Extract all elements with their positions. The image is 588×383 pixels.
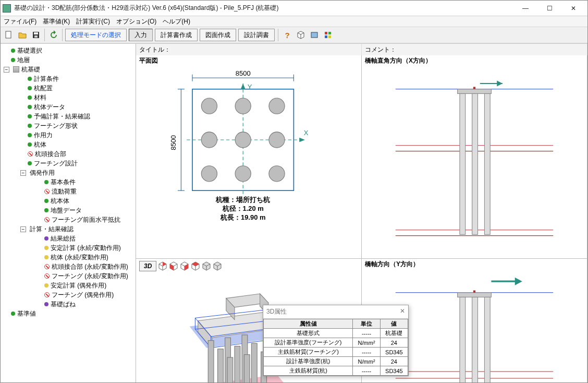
svg-rect-66 (218, 349, 224, 382)
menu-base[interactable]: 基準値(K) (43, 17, 70, 26)
svg-rect-68 (251, 343, 257, 382)
toolbar-separator (44, 29, 45, 41)
popup-close-icon[interactable]: ✕ (400, 307, 405, 316)
col-unit: 単位 (353, 319, 380, 329)
svg-marker-76 (515, 277, 522, 285)
tree-item[interactable]: フーチング前面水平抵抗 (44, 215, 134, 224)
view-cube-icon[interactable] (202, 261, 211, 271)
plan-view-svg: 8500 8500 Y (136, 55, 361, 258)
svg-marker-21 (299, 138, 305, 142)
svg-text:8500: 8500 (236, 69, 251, 77)
three-d-button[interactable]: 3D (139, 261, 156, 271)
tree-item[interactable]: 計算条件 (28, 74, 134, 83)
svg-rect-7 (325, 35, 327, 38)
svg-point-28 (235, 132, 251, 148)
tree-item[interactable]: 杭体 (28, 140, 134, 149)
tree-item[interactable]: フーチング形状 (28, 121, 134, 130)
view-cube-icon[interactable] (191, 261, 200, 271)
svg-rect-73 (458, 293, 492, 297)
maximize-button[interactable]: ☐ (537, 1, 561, 16)
tree-item-accidental[interactable]: −偶発作用 (28, 168, 134, 177)
tree-item-calc-results[interactable]: −計算・結果確認 (28, 224, 134, 234)
tree-item[interactable]: 基礎ばね (44, 300, 134, 309)
minimize-button[interactable]: — (513, 1, 537, 16)
toolbar: 処理モードの選択 入力 計算書作成 図面作成 設計調書 ? (1, 27, 587, 43)
mode-label: 処理モードの選択 (65, 29, 127, 41)
tree-item-foundation-select[interactable]: 基礎選択 (11, 46, 134, 55)
tree-item[interactable]: 杭頭接合部 (永続/変動作用) (44, 262, 134, 271)
view-cube-icon[interactable] (169, 261, 178, 271)
tree-item[interactable]: 材料 (28, 93, 134, 102)
tree-item[interactable]: 結果総括 (44, 234, 134, 243)
tree-item[interactable]: 流動荷重 (44, 187, 134, 196)
svg-rect-70 (244, 354, 250, 382)
menu-help[interactable]: ヘルプ(H) (163, 17, 190, 26)
tree-item[interactable]: 杭配置 (28, 83, 134, 93)
view-cube-icon[interactable] (158, 261, 167, 271)
three-d-properties-popup[interactable]: 3D属性 ✕ 属性値 単位 値 基礎形式-----杭基礎 設計基準強度(フーチン… (263, 305, 409, 376)
popup-title: 3D属性 (266, 307, 287, 316)
menu-options[interactable]: オプション(O) (116, 17, 156, 26)
tree-item[interactable]: 杭体 (永続/変動作用) (44, 253, 134, 262)
three-d-properties-table: 属性値 単位 値 基礎形式-----杭基礎 設計基準強度(フーチング)N/mm²… (263, 319, 408, 376)
tree-item[interactable]: フーチング設計 (28, 159, 134, 168)
comment-label: コメント： (362, 44, 587, 56)
view-cube-icon[interactable] (180, 261, 189, 271)
open-icon[interactable] (16, 29, 29, 41)
table-row: 主鉄筋材質(フーチング)-----SD345 (264, 348, 408, 357)
col-attr: 属性値 (264, 319, 353, 329)
save-icon[interactable] (30, 29, 42, 41)
mode-draw-button[interactable]: 図面作成 (200, 29, 236, 41)
menu-calc[interactable]: 計算実行(C) (76, 17, 110, 26)
svg-marker-20 (241, 83, 246, 89)
x-direction-pane[interactable]: 橋軸直角方向（X方向） (362, 55, 587, 259)
svg-rect-67 (235, 346, 240, 382)
tree-item[interactable]: 予備計算・結果確認 (28, 112, 134, 121)
svg-rect-2 (34, 32, 38, 34)
svg-rect-69 (227, 357, 233, 382)
table-row: 主鉄筋材質(杭)-----SD345 (264, 366, 408, 376)
mode-survey-button[interactable]: 設計調書 (238, 29, 275, 41)
new-icon[interactable] (3, 29, 15, 41)
menu-file[interactable]: ファイル(F) (4, 17, 36, 26)
tree-item-strata[interactable]: 地層 (11, 55, 134, 65)
tree-panel[interactable]: 基礎選択 地層 −杭基礎 計算条件 杭配置 材料 杭体データ 予備計算・結果確認… (1, 44, 136, 382)
svg-point-29 (269, 132, 285, 148)
tree-item-standards[interactable]: 基準値 (11, 309, 134, 318)
tree-item[interactable]: 杭体データ (28, 102, 134, 112)
xdir-svg (362, 55, 587, 258)
window-icon[interactable] (308, 29, 321, 41)
tree-item[interactable]: フーチング (永続/変動作用) (44, 271, 134, 281)
tree-item[interactable]: 安定計算 (偶発作用) (44, 281, 134, 290)
svg-rect-0 (6, 31, 11, 38)
main-window: 基礎の設計・3D配筋(部分係数法・H29道示対応) Ver.6 (x64)(St… (0, 0, 588, 383)
tree-item[interactable]: 作用力 (28, 130, 134, 140)
view-cube-icon[interactable] (213, 261, 222, 271)
tree-item[interactable]: 安定計算 (永続/変動作用) (44, 243, 134, 253)
tree-item-pile-foundation[interactable]: −杭基礎 (11, 65, 134, 74)
tree-item[interactable]: フーチング (偶発作用) (44, 290, 134, 300)
tiles-icon[interactable] (322, 29, 334, 41)
close-button[interactable]: ✕ (561, 1, 585, 16)
tree-item[interactable]: 地盤データ (44, 206, 134, 215)
toolbar-separator (278, 29, 279, 41)
cube-icon[interactable] (295, 29, 307, 41)
svg-rect-6 (328, 32, 331, 34)
plan-view-pane[interactable]: 平面図 8500 8500 (136, 55, 362, 259)
svg-text:Y: Y (248, 83, 252, 91)
labels-row: タイトル： コメント： (136, 44, 587, 55)
tree-item[interactable]: 杭本体 (44, 196, 134, 206)
tree-item[interactable]: 基本条件 (44, 177, 134, 187)
svg-point-27 (201, 132, 217, 148)
mode-input-button[interactable]: 入力 (129, 29, 153, 41)
tree-item[interactable]: 杭頭接合部 (28, 149, 134, 159)
mode-report-button[interactable]: 計算書作成 (155, 29, 198, 41)
svg-point-32 (269, 166, 285, 182)
svg-rect-81 (472, 297, 478, 382)
toolbar-separator (62, 29, 63, 41)
refresh-icon[interactable] (47, 29, 60, 41)
svg-rect-8 (328, 35, 331, 38)
help-icon[interactable]: ? (281, 29, 293, 41)
menu-bar: ファイル(F) 基準値(K) 計算実行(C) オプション(O) ヘルプ(H) (1, 16, 587, 27)
table-row: 設計基準強度(フーチング)N/mm²24 (264, 338, 408, 348)
